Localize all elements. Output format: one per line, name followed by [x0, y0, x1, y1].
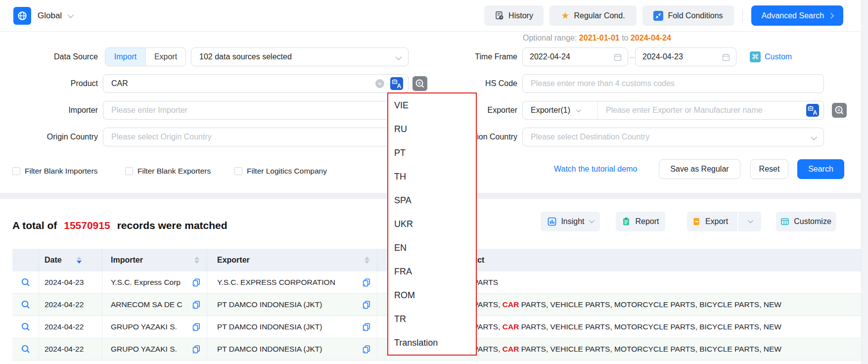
save-as-regular-button[interactable]: Save as Regular — [659, 159, 740, 179]
language-option-tr[interactable]: TR — [388, 307, 476, 331]
importer-label: Importer — [0, 101, 98, 120]
tutorial-demo-link[interactable]: Watch the tutorial demo — [554, 159, 637, 179]
copy-icon[interactable] — [362, 300, 371, 309]
product-value: CAR PARTS, CAR PARTS, VEHICLE PARTS, MOT… — [455, 322, 781, 331]
row-date-cell: 2024-04-22 — [39, 316, 102, 338]
clear-icon[interactable]: ✕ — [375, 79, 384, 88]
fold-conditions-button[interactable]: Fold Conditions — [642, 5, 734, 26]
translate-icon[interactable]: A — [806, 104, 819, 117]
language-option-ru[interactable]: RU — [388, 117, 476, 141]
product-field: ✕ A — [103, 74, 409, 93]
filter-logitics-company-checkbox[interactable]: Filter Logitics Company — [234, 167, 327, 176]
data-sources-select[interactable]: 102 data sources selected — [191, 47, 409, 66]
report-button[interactable]: Report — [616, 212, 665, 231]
view-detail-search-icon[interactable] — [21, 322, 31, 332]
sort-icon[interactable] — [365, 257, 369, 264]
copy-icon[interactable] — [362, 322, 371, 331]
copy-icon[interactable] — [192, 300, 201, 309]
reset-button[interactable]: Reset — [750, 159, 788, 179]
calendar-icon[interactable] — [613, 53, 622, 62]
calendar-icon[interactable] — [722, 53, 731, 62]
date-to-input[interactable]: 2024-04-23 — [635, 47, 736, 66]
report-icon — [622, 217, 631, 226]
exporter-input[interactable] — [598, 101, 806, 119]
view-detail-search-icon[interactable] — [21, 277, 31, 287]
date-value: 2024-04-22 — [45, 345, 84, 354]
chevron-down-icon — [589, 217, 594, 223]
chevron-right-icon — [828, 13, 833, 18]
export-button[interactable]: Export — [687, 212, 733, 231]
copy-icon[interactable] — [362, 278, 371, 287]
regular-conditions-button[interactable]: ★ Regular Cond. — [549, 5, 637, 26]
language-option-pt[interactable]: PT — [388, 141, 476, 165]
exporter-value[interactable]: PT DAMCO INDONESIA (JKT) — [217, 345, 322, 354]
copy-icon[interactable] — [192, 322, 201, 331]
filter-blank-exporters-checkbox[interactable]: Filter Blank Exporters — [125, 167, 211, 176]
header-exporter-label: Exporter — [217, 256, 250, 265]
advanced-search-button[interactable]: Advanced Search — [751, 5, 843, 26]
optional-range-end: 2024-04-24 — [631, 34, 671, 42]
record-count: 15570915 — [64, 220, 110, 231]
importer-input[interactable] — [111, 101, 408, 119]
copy-icon[interactable] — [192, 345, 201, 354]
exporter-value[interactable]: Y.S.C. EXPRESS CORPORATION — [217, 278, 335, 287]
region-selector[interactable]: Global — [38, 11, 72, 21]
export-tab[interactable]: Export — [145, 48, 185, 66]
language-option-spa[interactable]: SPA — [388, 188, 476, 212]
language-option-fra[interactable]: FRA — [388, 260, 476, 283]
language-option-vie[interactable]: VIE — [388, 93, 476, 117]
exact-match-icon[interactable] — [832, 103, 847, 118]
language-option-translation[interactable]: Translation — [388, 331, 476, 355]
copy-icon[interactable] — [192, 278, 201, 287]
importer-value[interactable]: GRUPO YAZAKI S. — [111, 322, 177, 331]
language-option-en[interactable]: EN — [388, 236, 476, 260]
translate-icon[interactable]: A — [390, 77, 403, 90]
view-detail-search-icon[interactable] — [21, 300, 31, 310]
origin-country-select[interactable]: Please select Origin Country — [103, 128, 409, 146]
exporter-type-select[interactable]: Exporter(1) — [523, 101, 598, 119]
date-from-input[interactable]: 2022-04-24 — [522, 47, 628, 66]
search-button[interactable]: Search — [797, 159, 844, 179]
importer-value[interactable]: Y.S.C. Express Corp — [111, 278, 181, 287]
chevron-down-icon — [396, 54, 402, 60]
importer-value[interactable]: ARNECOM SA DE C — [111, 300, 183, 309]
row-exporter-cell: PT DAMCO INDONESIA (JKT) — [207, 294, 377, 316]
fold-conditions-label: Fold Conditions — [668, 11, 723, 20]
exporter-value[interactable]: PT DAMCO INDONESIA (JKT) — [217, 322, 322, 331]
header-date[interactable]: Date — [39, 249, 102, 272]
custom-range-link[interactable]: Custom — [765, 47, 792, 66]
language-option-rom[interactable]: ROM — [388, 283, 476, 307]
importer-value[interactable]: GRUPO YAZAKI S. — [111, 345, 177, 354]
checkbox-icon — [12, 167, 20, 175]
customize-button[interactable]: Customize — [776, 212, 836, 231]
language-option-ukr[interactable]: UKR — [388, 212, 476, 236]
sort-icon[interactable] — [77, 257, 82, 264]
history-button[interactable]: History — [484, 5, 544, 26]
filter-blank-importers-checkbox[interactable]: Filter Blank Importers — [12, 167, 97, 176]
copy-icon[interactable] — [362, 345, 371, 354]
exporter-value[interactable]: PT DAMCO INDONESIA (JKT) — [217, 300, 322, 309]
product-input[interactable] — [111, 75, 375, 92]
custom-shortcut-icon[interactable]: ⌘ — [750, 51, 761, 62]
view-detail-search-icon[interactable] — [21, 344, 31, 354]
language-option-th[interactable]: TH — [388, 165, 476, 188]
insight-button[interactable]: Insight — [541, 212, 600, 231]
row-exporter-cell: PT DAMCO INDONESIA (JKT) — [207, 338, 377, 360]
translate-language-dropdown: VIERUPTTHSPAUKRENFRAROMTRTranslation — [387, 92, 477, 356]
destination-country-select[interactable]: Please select Destination Country — [522, 128, 824, 146]
exporter-type-value: Exporter(1) — [531, 106, 570, 115]
export-options-button[interactable] — [737, 212, 761, 231]
vertical-scrollbar[interactable] — [861, 0, 868, 364]
app-logo[interactable] — [13, 7, 31, 25]
import-tab[interactable]: Import — [105, 48, 145, 66]
date-from-value: 2022-04-24 — [530, 52, 570, 61]
optional-range-hint: Optional range: 2021-01-01 to 2024-04-24 — [523, 34, 671, 43]
regular-cond-label: Regular Cond. — [574, 11, 625, 20]
hs-code-input[interactable] — [531, 75, 823, 92]
advanced-search-label: Advanced Search — [762, 11, 824, 20]
header-importer[interactable]: Importer — [102, 249, 207, 272]
sort-icon[interactable] — [194, 257, 199, 264]
row-exporter-cell: PT DAMCO INDONESIA (JKT) — [207, 316, 377, 338]
chevron-down-icon — [68, 12, 74, 18]
header-exporter[interactable]: Exporter — [207, 249, 377, 272]
